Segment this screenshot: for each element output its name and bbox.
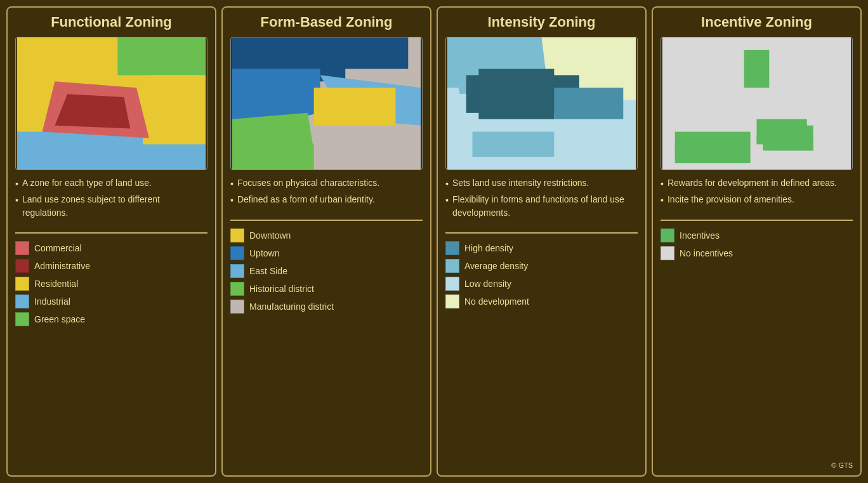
high-density-swatch — [445, 241, 459, 255]
functional-zoning-card: Functional Zoning A zone for each type o… — [6, 6, 216, 477]
legend-incentives: Incentives — [661, 228, 853, 242]
industrial-swatch — [15, 294, 29, 308]
intensity-zoning-bullets: Sets land use intensity restrictions. Fl… — [445, 176, 638, 222]
bullet-2: Incite the provision of amenities. — [661, 193, 853, 207]
legend-downtown: Downtown — [230, 228, 423, 242]
bullet-1: A zone for each type of land use. — [15, 176, 207, 190]
administrative-swatch — [15, 259, 29, 273]
bullet-2: Flexibility in forms and functions of la… — [445, 193, 638, 220]
low-density-swatch — [445, 277, 459, 291]
bullet-1: Rewards for development in defined areas… — [661, 176, 853, 190]
legend-low-density: Low density — [445, 277, 638, 291]
svg-rect-10 — [232, 37, 408, 69]
form-based-zoning-card: Form-Based Zoning Focuses on physical ch… — [221, 6, 431, 477]
svg-rect-31 — [763, 138, 813, 151]
bullet-2: Land use zones subject to different regu… — [15, 193, 207, 220]
downtown-swatch — [230, 228, 244, 242]
functional-zoning-map — [15, 37, 207, 170]
divider — [230, 220, 423, 221]
intensity-zoning-card: Intensity Zoning Sets land use intensity… — [437, 6, 647, 477]
bullet-1: Focuses on physical characteristics. — [230, 176, 423, 190]
divider — [15, 232, 207, 234]
legend-no-incentives: No incentives — [661, 246, 853, 260]
svg-rect-22 — [554, 88, 623, 120]
form-based-zoning-map — [230, 37, 423, 170]
legend-historical: Historical district — [230, 282, 423, 296]
manufacturing-swatch — [230, 300, 244, 314]
bullet-1: Sets land use intensity restrictions. — [445, 176, 638, 190]
copyright: © GTS — [661, 459, 853, 469]
no-development-swatch — [445, 294, 459, 308]
legend-greenspace: Green space — [15, 312, 207, 326]
divider — [661, 220, 853, 221]
legend-average-density: Average density — [445, 259, 638, 273]
functional-zoning-title: Functional Zoning — [15, 14, 207, 30]
svg-rect-15 — [232, 145, 314, 170]
legend-high-density: High density — [445, 241, 638, 255]
bullet-2: Defined as a form of urban identity. — [230, 193, 423, 207]
average-density-swatch — [445, 259, 459, 273]
greenspace-swatch — [15, 312, 29, 326]
svg-rect-6 — [17, 37, 55, 81]
legend-uptown: Uptown — [230, 246, 423, 260]
divider — [445, 232, 638, 234]
svg-rect-2 — [17, 132, 143, 169]
incentive-zoning-card: Incentive Zoning Rewards for development… — [652, 6, 862, 477]
incentive-zoning-map — [661, 37, 853, 170]
svg-rect-3 — [143, 145, 206, 170]
historical-swatch — [230, 282, 244, 296]
legend-no-development: No development — [445, 294, 638, 308]
form-based-zoning-legend: Downtown Uptown East Side Historical dis… — [230, 228, 423, 314]
svg-rect-23 — [473, 132, 555, 157]
svg-marker-5 — [55, 95, 130, 129]
east-side-swatch — [230, 264, 244, 278]
form-based-zoning-title: Form-Based Zoning — [230, 14, 423, 30]
svg-rect-1 — [117, 37, 206, 75]
residential-swatch — [15, 277, 29, 291]
commercial-swatch — [15, 241, 29, 255]
intensity-zoning-title: Intensity Zoning — [445, 14, 638, 30]
functional-zoning-bullets: A zone for each type of land use. Land u… — [15, 176, 207, 222]
legend-residential: Residential — [15, 277, 207, 291]
incentive-zoning-legend: Incentives No incentives — [661, 228, 853, 260]
legend-commercial: Commercial — [15, 241, 207, 255]
svg-rect-21 — [478, 69, 554, 119]
intensity-zoning-map — [445, 37, 638, 170]
legend-east-side: East Side — [230, 264, 423, 278]
svg-rect-7 — [149, 76, 206, 132]
form-based-zoning-bullets: Focuses on physical characteristics. Def… — [230, 176, 423, 209]
incentive-zoning-bullets: Rewards for development in defined areas… — [661, 176, 853, 209]
incentives-swatch — [661, 228, 674, 242]
functional-zoning-legend: Commercial Administrative Residential In… — [15, 241, 207, 326]
svg-rect-25 — [744, 50, 770, 88]
uptown-swatch — [230, 246, 244, 260]
svg-rect-13 — [314, 88, 396, 126]
legend-manufacturing: Manufacturing district — [230, 300, 423, 314]
intensity-zoning-legend: High density Average density Low density… — [445, 241, 638, 308]
incentive-zoning-title: Incentive Zoning — [661, 14, 853, 30]
no-incentives-swatch — [661, 246, 674, 260]
legend-administrative: Administrative — [15, 259, 207, 273]
legend-industrial: Industrial — [15, 294, 207, 308]
svg-rect-29 — [675, 145, 738, 157]
